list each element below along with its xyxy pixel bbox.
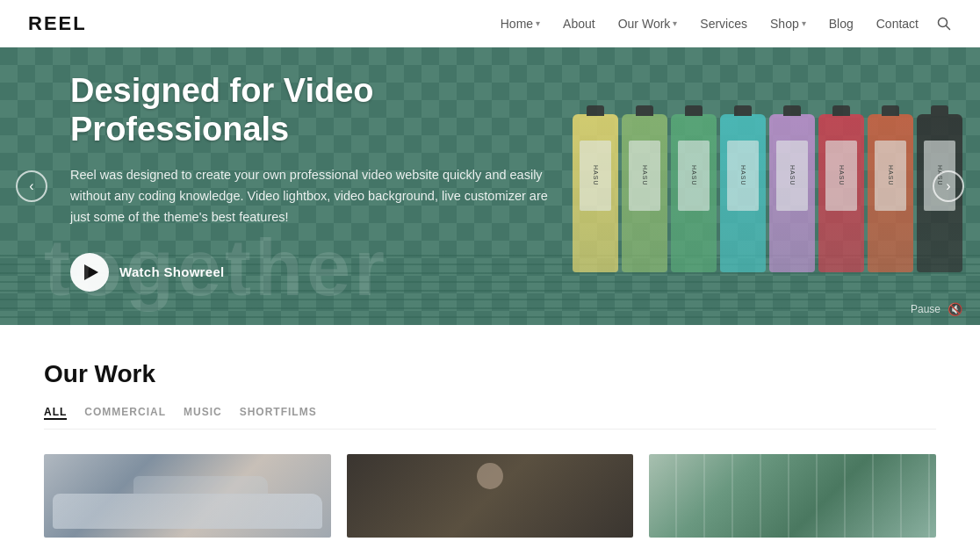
chevron-down-icon: ▾ [673,18,677,28]
section-title: Our Work [44,360,936,388]
nav-item-about[interactable]: About [554,11,604,36]
bottle-label: HASU [678,141,710,211]
portfolio-grid [44,454,936,538]
bottle-cap [931,105,948,116]
chevron-down-icon: ▾ [802,18,806,28]
hero-controls: Pause 🔇 [911,302,962,316]
nav-item-blog[interactable]: Blog [820,11,862,36]
hero-description: Reel was designed to create your own pro… [70,165,562,228]
bottle-label: HASU [776,141,808,211]
play-button[interactable] [70,253,109,292]
filter-tab-music[interactable]: MUSIC [184,406,222,420]
main-content: Our Work ALLCOMMERCIALMUSICSHORTFILMS [0,325,980,556]
main-nav: Home ▾ About Our Work ▾ Services Shop ▾ … [492,11,952,36]
portfolio-item-1[interactable] [44,454,331,538]
hero-content: Designed for Video Professionals Reel wa… [0,47,615,325]
filter-tab-shortfilms[interactable]: SHORTFILMS [240,406,317,420]
nav-item-our-work[interactable]: Our Work ▾ [609,11,687,36]
bottle-cap [734,105,752,116]
site-header: REEL Home ▾ About Our Work ▾ Services Sh… [0,0,980,47]
bottle-label: HASU [727,141,759,211]
hero-section: HASUHASUHASUHASUHASUHASUHASUHASU Designe… [0,47,980,325]
car-windshield [133,476,268,495]
filter-tab-all[interactable]: ALL [44,406,67,420]
bottle-cap [685,105,703,116]
nav-item-contact[interactable]: Contact [868,11,927,36]
portfolio-item-3[interactable] [649,454,936,538]
search-icon[interactable] [936,16,952,32]
person-decoration [477,463,503,489]
site-logo[interactable]: REEL [28,12,87,35]
pause-button[interactable]: Pause [911,303,940,315]
bottle-label: HASU [825,141,857,211]
bottle-cap [636,105,653,116]
gym-lines-decoration [649,454,936,538]
bottle-cap [832,105,850,116]
portfolio-item-2[interactable] [347,454,634,538]
hero-title: Designed for Video Professionals [70,72,562,148]
bottle-cap [783,105,801,116]
bottle-label: HASU [629,141,660,211]
nav-item-shop[interactable]: Shop ▾ [761,11,815,36]
bottle-item: HASU [720,114,766,272]
bottle-item: HASU [818,114,864,272]
bottle-cap [882,105,899,116]
bottle-item: HASU [769,114,815,272]
car-decoration [53,494,322,529]
filter-tab-commercial[interactable]: COMMERCIAL [84,406,166,420]
bottle-label: HASU [875,141,906,211]
mute-button[interactable]: 🔇 [948,302,962,316]
bottle-item: HASU [622,114,667,272]
filter-tabs: ALLCOMMERCIALMUSICSHORTFILMS [44,406,936,430]
play-icon [84,264,98,280]
slider-next-button[interactable]: › [933,170,964,202]
nav-item-services[interactable]: Services [691,11,756,36]
hero-cta-button[interactable]: Watch Showreel [70,253,562,292]
bottle-item: HASU [671,114,717,272]
chevron-down-icon: ▾ [536,18,540,28]
nav-item-home[interactable]: Home ▾ [492,11,549,36]
bottles-group: HASUHASUHASUHASUHASUHASUHASUHASU [573,97,962,272]
svg-line-1 [947,25,950,29]
slider-prev-button[interactable]: ‹ [16,170,47,202]
bottle-item: HASU [868,114,913,272]
speaker-icon: 🔇 [948,302,962,316]
cta-label: Watch Showreel [119,264,225,279]
